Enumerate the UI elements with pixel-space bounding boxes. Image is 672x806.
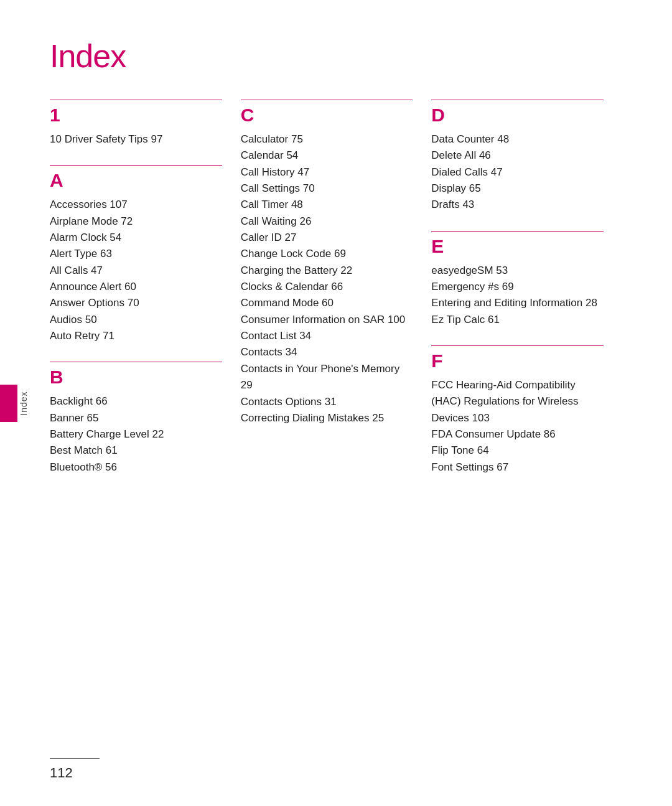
entry-c-11: Command Mode 60	[241, 295, 413, 311]
sidebar-label: Index	[19, 391, 29, 415]
entry-c-10: Clocks & Calendar 66	[241, 279, 413, 295]
entry-d-5: Drafts 43	[431, 197, 604, 213]
section-c: C Calculator 75 Calendar 54 Call History…	[241, 100, 413, 426]
entry-c-6: Call Waiting 26	[241, 213, 413, 230]
entry-c-3: Call History 47	[241, 164, 413, 180]
entry-c-5: Call Timer 48	[241, 197, 413, 213]
entry-d-2: Delete All 46	[431, 148, 604, 164]
entry-c-9: Charging the Battery 22	[241, 263, 413, 279]
entry-c-15: Contacts in Your Phone's Memory 29	[241, 361, 413, 394]
entry-e-4: Ez Tip Calc 61	[431, 312, 604, 328]
entry-f-2: FDA Consumer Update 86	[431, 426, 604, 443]
sidebar-tab	[0, 385, 17, 422]
entry-d-1: Data Counter 48	[431, 131, 604, 148]
section-e: E easyedgeSM 53 Emergency #s 69 Entering…	[431, 231, 604, 328]
entry-d-3: Dialed Calls 47	[431, 164, 604, 180]
entry-a-4: Alert Type 63	[50, 246, 222, 262]
entry-c-17: Correcting Dialing Mistakes 25	[241, 410, 413, 426]
entry-b-5: Bluetooth® 56	[50, 459, 222, 476]
entry-c-4: Call Settings 70	[241, 180, 413, 197]
column-2: C Calculator 75 Calendar 54 Call History…	[241, 100, 432, 493]
section-f-letter: F	[431, 350, 604, 372]
section-b: B Backlight 66 Banner 65 Battery Charge …	[50, 362, 222, 476]
entry-b-1: Backlight 66	[50, 393, 222, 410]
entry-e-3: Entering and Editing Information 28	[431, 295, 604, 311]
columns-wrapper: 1 10 Driver Safety Tips 97 A Accessories…	[50, 100, 622, 493]
section-d-divider	[431, 100, 604, 100]
entry-c-8: Change Lock Code 69	[241, 246, 413, 262]
section-a: A Accessories 107 Airplane Mode 72 Alarm…	[50, 165, 222, 344]
entry-c-1: Calculator 75	[241, 131, 413, 148]
page-container: Index Index 1 10 Driver Safety Tips 97 A…	[0, 0, 672, 806]
section-1-letter: 1	[50, 104, 222, 126]
footer-divider	[50, 758, 100, 759]
entry-c-7: Caller ID 27	[241, 230, 413, 246]
entry-a-6: Announce Alert 60	[50, 279, 222, 295]
section-a-letter: A	[50, 169, 222, 192]
section-f-divider	[431, 345, 604, 346]
column-1: 1 10 Driver Safety Tips 97 A Accessories…	[50, 100, 241, 493]
entry-c-13: Contact List 34	[241, 328, 413, 344]
entry-a-2: Airplane Mode 72	[50, 213, 222, 230]
entry-f-3: Flip Tone 64	[431, 443, 604, 459]
section-a-divider	[50, 165, 222, 166]
entry-b-3: Battery Charge Level 22	[50, 426, 222, 443]
entry-1-1: 10 Driver Safety Tips 97	[50, 131, 222, 148]
entry-a-3: Alarm Clock 54	[50, 230, 222, 246]
section-e-divider	[431, 231, 604, 232]
page-number: 112	[50, 765, 622, 781]
entry-c-16: Contacts Options 31	[241, 394, 413, 410]
entry-f-4: Font Settings 67	[431, 459, 604, 476]
section-1: 1 10 Driver Safety Tips 97	[50, 100, 222, 148]
section-f: F FCC Hearing-Aid Compatibility (HAC) Re…	[431, 345, 604, 476]
entry-d-4: Display 65	[431, 180, 604, 197]
entry-a-9: Auto Retry 71	[50, 328, 222, 344]
entry-a-1: Accessories 107	[50, 197, 222, 213]
column-3: D Data Counter 48 Delete All 46 Dialed C…	[431, 100, 622, 493]
page-footer: 112	[50, 758, 622, 781]
entry-c-2: Calendar 54	[241, 148, 413, 164]
section-b-divider	[50, 362, 222, 362]
entry-f-1: FCC Hearing-Aid Compatibility (HAC) Regu…	[431, 377, 604, 426]
entry-c-12: Consumer Information on SAR 100	[241, 312, 413, 328]
section-d: D Data Counter 48 Delete All 46 Dialed C…	[431, 100, 604, 213]
entry-a-5: All Calls 47	[50, 263, 222, 279]
section-1-divider	[50, 100, 222, 100]
entry-e-1: easyedgeSM 53	[431, 263, 604, 279]
section-d-letter: D	[431, 104, 604, 126]
entry-a-8: Audios 50	[50, 312, 222, 328]
section-b-letter: B	[50, 366, 222, 388]
section-c-letter: C	[241, 104, 413, 126]
entry-e-2: Emergency #s 69	[431, 279, 604, 295]
entry-c-14: Contacts 34	[241, 344, 413, 360]
section-e-letter: E	[431, 235, 604, 258]
entry-a-7: Answer Options 70	[50, 295, 222, 311]
entry-b-2: Banner 65	[50, 410, 222, 426]
page-title: Index	[50, 37, 622, 75]
entry-b-4: Best Match 61	[50, 443, 222, 459]
section-c-divider	[241, 100, 413, 100]
